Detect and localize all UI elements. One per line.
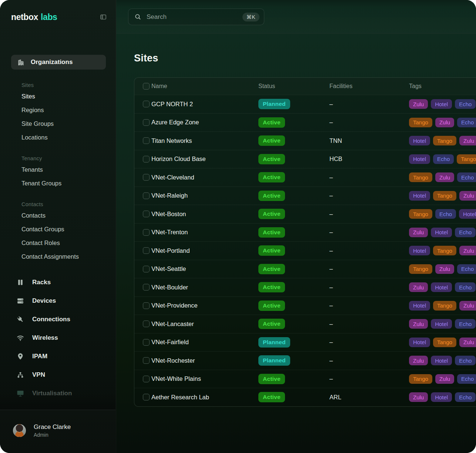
row-checkbox[interactable]: [143, 247, 150, 254]
tag-badge[interactable]: Echo: [455, 392, 476, 402]
tag-badge[interactable]: Hotel: [431, 392, 452, 402]
row-checkbox[interactable]: [143, 174, 150, 181]
tag-badge[interactable]: Zulu: [409, 282, 428, 292]
site-name[interactable]: VNet-Trenton: [151, 229, 258, 236]
row-checkbox[interactable]: [143, 357, 150, 364]
tag-badge[interactable]: Echo: [455, 228, 476, 237]
row-checkbox[interactable]: [143, 192, 150, 199]
tag-badge[interactable]: Hotel: [409, 246, 430, 255]
tag-badge[interactable]: Zulu: [459, 191, 476, 201]
sidebar-item-connections[interactable]: Connections: [0, 310, 116, 329]
search-box[interactable]: ⌘K: [128, 9, 264, 25]
tag-badge[interactable]: Zulu: [409, 392, 428, 402]
row-checkbox[interactable]: [143, 266, 150, 272]
sidebar-collapse-button[interactable]: [100, 13, 107, 21]
site-name[interactable]: VNet-Providence: [151, 302, 258, 309]
tag-badge[interactable]: Zulu: [435, 374, 454, 384]
row-checkbox[interactable]: [143, 211, 150, 217]
tag-badge[interactable]: Echo: [457, 264, 476, 274]
site-name[interactable]: VNet-Cleveland: [151, 174, 258, 181]
tag-badge[interactable]: Echo: [455, 282, 476, 292]
row-checkbox[interactable]: [143, 101, 150, 107]
site-name[interactable]: VNet-Boulder: [151, 284, 258, 291]
tag-badge[interactable]: Echo: [457, 172, 476, 182]
sidebar-item-site-groups[interactable]: Site Groups: [0, 117, 116, 131]
site-name[interactable]: GCP NORTH 2: [151, 101, 258, 108]
sidebar-item-racks[interactable]: Racks: [0, 273, 116, 292]
tag-badge[interactable]: Zulu: [409, 99, 428, 109]
site-name[interactable]: VNet-Raleigh: [151, 192, 258, 199]
tag-badge[interactable]: Tango: [433, 301, 456, 311]
tag-badge[interactable]: Zulu: [459, 136, 476, 145]
tag-badge[interactable]: Hotel: [409, 154, 430, 164]
tag-badge[interactable]: Zulu: [435, 172, 454, 182]
sidebar-item-locations[interactable]: Locations: [0, 131, 116, 144]
row-checkbox[interactable]: [143, 284, 150, 291]
sidebar-item-regions[interactable]: Regions: [0, 103, 116, 117]
tag-badge[interactable]: Zulu: [459, 338, 476, 347]
sidebar-item-virtualisation[interactable]: Virtualisation: [0, 384, 116, 403]
sidebar-item-tenants[interactable]: Tenants: [0, 163, 116, 177]
tag-badge[interactable]: Hotel: [431, 99, 452, 109]
site-name[interactable]: Horizon Cloud Base: [151, 155, 258, 162]
tag-badge[interactable]: Hotel: [409, 301, 430, 311]
site-name[interactable]: Aether Research Lab: [151, 394, 258, 401]
tag-badge[interactable]: Echo: [455, 99, 476, 109]
tag-badge[interactable]: Tango: [457, 154, 476, 164]
tag-badge[interactable]: Zulu: [459, 301, 476, 311]
tag-badge[interactable]: Tango: [433, 191, 456, 201]
tag-badge[interactable]: Tango: [409, 209, 432, 219]
tag-badge[interactable]: Echo: [455, 319, 476, 329]
sidebar-item-wireless[interactable]: Wireless: [0, 329, 116, 347]
tag-badge[interactable]: Hotel: [431, 319, 452, 329]
tag-badge[interactable]: Echo: [457, 374, 476, 384]
tag-badge[interactable]: Zulu: [435, 264, 454, 274]
user-menu[interactable]: Grace Clarke Admin: [0, 410, 115, 453]
sidebar-item-tenant-groups[interactable]: Tenant Groups: [0, 177, 116, 190]
sidebar-item-vpn[interactable]: VPN: [0, 366, 116, 384]
tag-badge[interactable]: Zulu: [435, 118, 454, 127]
tag-badge[interactable]: Hotel: [431, 282, 452, 292]
tag-badge[interactable]: Zulu: [459, 246, 476, 255]
row-checkbox[interactable]: [143, 376, 150, 382]
tag-badge[interactable]: Tango: [409, 374, 432, 384]
row-checkbox[interactable]: [143, 137, 150, 144]
site-name[interactable]: VNet-White Plains: [151, 375, 258, 382]
sidebar-item-contact-assignments[interactable]: Contact Assignments: [0, 250, 116, 264]
tag-badge[interactable]: Tango: [433, 136, 456, 145]
site-name[interactable]: Azure Edge Zone: [151, 119, 258, 126]
tag-badge[interactable]: Zulu: [409, 228, 428, 237]
row-checkbox[interactable]: [143, 394, 150, 400]
row-checkbox[interactable]: [143, 339, 150, 346]
tag-badge[interactable]: Hotel: [409, 191, 430, 201]
site-name[interactable]: VNet-Boston: [151, 211, 258, 218]
site-name[interactable]: VNet-Fairfield: [151, 339, 258, 346]
row-checkbox[interactable]: [143, 321, 150, 327]
tag-badge[interactable]: Tango: [409, 172, 432, 182]
tag-badge[interactable]: Echo: [457, 118, 476, 127]
sidebar-item-contact-groups[interactable]: Contact Groups: [0, 222, 116, 236]
site-name[interactable]: Titan Networks: [151, 137, 258, 144]
sidebar-item-sites[interactable]: Sites: [0, 90, 116, 103]
row-checkbox[interactable]: [143, 156, 150, 162]
tag-badge[interactable]: Zulu: [409, 356, 428, 365]
tag-badge[interactable]: Hotel: [409, 136, 430, 145]
sidebar-item-contact-roles[interactable]: Contact Roles: [0, 236, 116, 250]
tag-badge[interactable]: Tango: [409, 264, 432, 274]
sidebar-item-organizations[interactable]: Organizations: [11, 55, 106, 70]
tag-badge[interactable]: Hotel: [459, 209, 476, 219]
select-all-checkbox[interactable]: [143, 83, 150, 90]
site-name[interactable]: VNet-Lancaster: [151, 321, 258, 328]
tag-badge[interactable]: Tango: [433, 246, 456, 255]
sidebar-item-devices[interactable]: Devices: [0, 292, 116, 310]
tag-badge[interactable]: Hotel: [431, 228, 452, 237]
site-name[interactable]: VNet-Rochester: [151, 357, 258, 364]
search-input[interactable]: [146, 13, 242, 21]
tag-badge[interactable]: Echo: [433, 154, 454, 164]
row-checkbox[interactable]: [143, 302, 150, 309]
sidebar-item-ipam[interactable]: IPAM: [0, 347, 116, 366]
tag-badge[interactable]: Hotel: [409, 338, 430, 347]
sidebar-item-contacts[interactable]: Contacts: [0, 209, 116, 222]
tag-badge[interactable]: Tango: [433, 338, 456, 347]
row-checkbox[interactable]: [143, 229, 150, 236]
